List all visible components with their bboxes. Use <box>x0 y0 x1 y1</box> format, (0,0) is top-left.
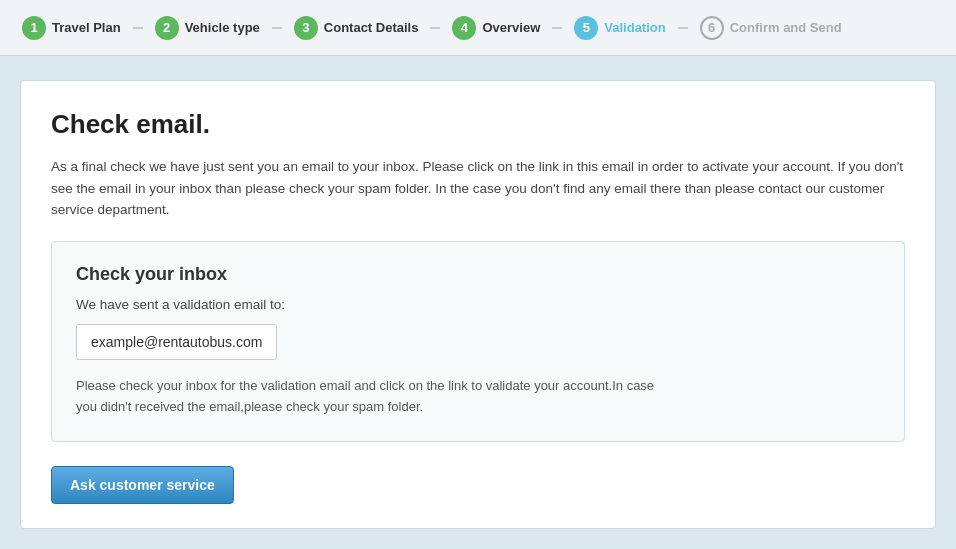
step-3-number: 3 <box>294 16 318 40</box>
page-title: Check email. <box>51 109 905 140</box>
step-4-number: 4 <box>452 16 476 40</box>
step-5-number: 5 <box>574 16 598 40</box>
step-1[interactable]: 1 Travel Plan <box>10 0 133 55</box>
step-3-label: Contact Details <box>324 20 419 35</box>
email-address: example@rentautobus.com <box>76 324 277 360</box>
step-4[interactable]: 4 Overview <box>440 0 552 55</box>
step-5-label: Validation <box>604 20 665 35</box>
step-divider-1 <box>133 27 143 29</box>
main-content: Check email. As a final check we have ju… <box>0 56 956 549</box>
ask-customer-service-button[interactable]: Ask customer service <box>51 466 234 504</box>
inbox-title: Check your inbox <box>76 264 880 285</box>
step-5[interactable]: 5 Validation <box>562 0 677 55</box>
step-1-number: 1 <box>22 16 46 40</box>
main-card: Check email. As a final check we have ju… <box>20 80 936 529</box>
step-6[interactable]: 6 Confirm and Send <box>688 0 854 55</box>
check-email-description: As a final check we have just sent you a… <box>51 156 905 221</box>
step-2-number: 2 <box>155 16 179 40</box>
sent-to-label: We have sent a validation email to: <box>76 297 880 312</box>
step-divider-2 <box>272 27 282 29</box>
stepper: 1 Travel Plan 2 Vehicle type 3 Contact D… <box>0 0 956 56</box>
step-1-label: Travel Plan <box>52 20 121 35</box>
step-3[interactable]: 3 Contact Details <box>282 0 431 55</box>
step-6-label: Confirm and Send <box>730 20 842 35</box>
step-2-label: Vehicle type <box>185 20 260 35</box>
validation-note: Please check your inbox for the validati… <box>76 376 656 418</box>
step-4-label: Overview <box>482 20 540 35</box>
step-divider-4 <box>552 27 562 29</box>
step-6-number: 6 <box>700 16 724 40</box>
step-2[interactable]: 2 Vehicle type <box>143 0 272 55</box>
step-divider-3 <box>430 27 440 29</box>
inbox-card: Check your inbox We have sent a validati… <box>51 241 905 443</box>
step-divider-5 <box>678 27 688 29</box>
